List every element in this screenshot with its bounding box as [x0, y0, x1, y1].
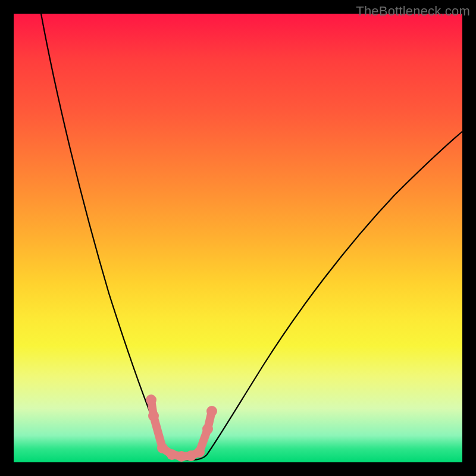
marker-point	[206, 406, 217, 416]
marker-point	[167, 449, 177, 460]
bottleneck-curve-right	[206, 131, 462, 455]
marker-point	[148, 411, 159, 421]
watermark-text: TheBottleneck.com	[356, 4, 470, 19]
marker-point	[146, 394, 156, 405]
chart-frame	[14, 14, 462, 462]
marker-group	[146, 394, 217, 462]
curve-group	[41, 14, 462, 460]
marker-point	[194, 447, 205, 458]
marker-point	[176, 451, 187, 462]
bottleneck-curve-left	[41, 14, 170, 455]
marker-point	[157, 443, 168, 453]
chart-svg	[14, 14, 462, 462]
marker-point	[202, 424, 213, 434]
